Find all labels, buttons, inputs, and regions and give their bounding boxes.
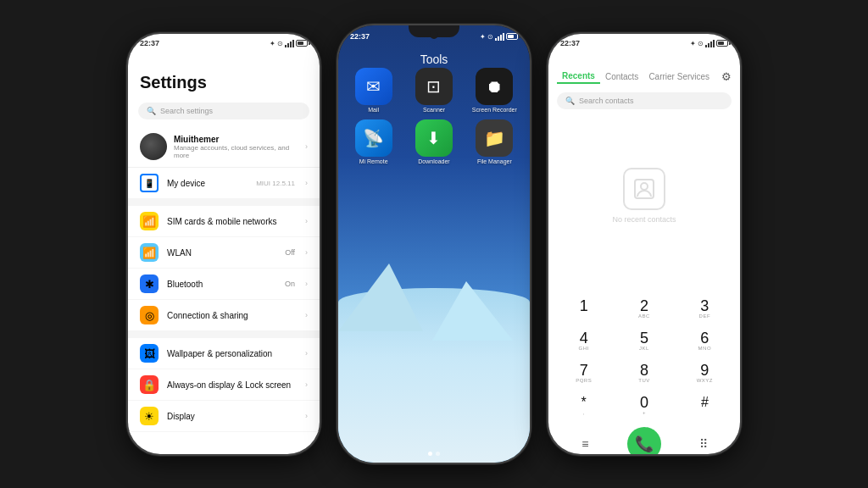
divider-1 — [128, 199, 320, 206]
dial-num-7: 7 — [580, 363, 588, 378]
battery-icon — [296, 40, 308, 47]
app-downloader[interactable]: ⬇ Downloader — [407, 119, 460, 164]
dial-num-8: 8 — [640, 363, 648, 378]
bluetooth-icon: ✱ — [140, 274, 159, 293]
chevron-icon-4: › — [305, 248, 308, 257]
signal-bars — [285, 40, 294, 47]
voicemail-button[interactable]: ≡ — [570, 430, 599, 456]
dial-key-star[interactable]: * , — [554, 390, 614, 422]
search-icon: 🔍 — [147, 107, 156, 115]
display-label: Display — [167, 412, 297, 421]
wallpaper-icon: 🖼 — [140, 344, 159, 363]
dbar2 — [708, 43, 709, 47]
dialpad-button[interactable]: ⠿ — [689, 430, 718, 456]
app-files[interactable]: 📁 File Manager — [468, 119, 521, 164]
sim-label: SIM cards & mobile networks — [167, 217, 297, 226]
dial-sub-2: ABC — [638, 313, 650, 320]
mail-label: Mail — [368, 107, 379, 113]
wallpaper-label: Wallpaper & personalization — [167, 349, 297, 358]
hbar4 — [503, 33, 504, 41]
page-dots — [338, 452, 530, 456]
tab-recents[interactable]: Recents — [557, 69, 600, 84]
sim-icon: 📶 — [140, 212, 159, 230]
dial-key-hash[interactable]: # — [675, 390, 735, 422]
dial-key-1[interactable]: 1 — [554, 293, 614, 325]
app-scanner[interactable]: ⊡ Scanner — [407, 68, 460, 113]
bt-icon-dialer: ✦ — [690, 40, 696, 47]
display-item[interactable]: ☀ Display › — [128, 401, 320, 432]
dial-key-6[interactable]: 6 MNO — [675, 325, 735, 358]
dial-pad: 1 2 ABC 3 DEF 4 GHI 5 JKL 6 MNO — [548, 293, 740, 422]
dial-key-0[interactable]: 0 + — [614, 390, 674, 422]
hbar3 — [500, 35, 502, 41]
status-time-3: 22:37 — [560, 39, 580, 47]
signal-bars-home — [495, 33, 504, 41]
dial-key-5[interactable]: 5 JKL — [614, 325, 674, 358]
dial-key-7[interactable]: 7 PQRS — [554, 358, 614, 390]
dial-key-9[interactable]: 9 WXYZ — [675, 358, 735, 390]
signal-bars-dialer — [705, 40, 715, 47]
connection-label: Connection & sharing — [167, 311, 297, 320]
dial-star: * — [581, 395, 587, 410]
gear-icon[interactable]: ⚙ — [721, 70, 732, 83]
chevron-icon-5: › — [305, 280, 308, 288]
dial-key-8[interactable]: 8 TUV — [614, 358, 674, 390]
remote-label: Mi Remote — [359, 158, 388, 164]
status-time-2: 22:37 — [350, 32, 370, 41]
dial-num-5: 5 — [640, 330, 648, 346]
battery-fill — [298, 42, 303, 45]
dialer-screen: Recents Contacts Carrier Services ⚙ 🔍 Se… — [548, 49, 740, 456]
status-icons-2: ✦ ⊙ — [480, 33, 518, 41]
scanner-label: Scanner — [423, 107, 445, 113]
dial-sub-5: JKL — [639, 346, 649, 352]
mountain-left — [338, 263, 423, 331]
lock-item[interactable]: 🔒 Always-on display & Lock screen › — [128, 369, 320, 401]
mydevice-item[interactable]: 📱 My device MIUI 12.5.11 › — [128, 168, 320, 199]
app-recorder[interactable]: ⏺ Screen Recorder — [468, 68, 521, 113]
settings-search[interactable]: 🔍 Search settings — [138, 103, 309, 119]
mydevice-version: MIUI 12.5.11 — [256, 180, 295, 187]
search-placeholder: Search settings — [160, 107, 213, 115]
mydevice-icon: 📱 — [140, 174, 159, 192]
dial-sub-8: TUV — [638, 378, 650, 385]
contacts-search[interactable]: 🔍 Search contacts — [557, 92, 732, 109]
profile-item[interactable]: Miuithemer Manage accounts, cloud servic… — [128, 126, 320, 168]
dial-key-4[interactable]: 4 GHI — [554, 325, 614, 358]
dbar4 — [713, 40, 715, 47]
chevron-icon-2: › — [305, 179, 308, 187]
wlan-icon: 📶 — [140, 243, 159, 262]
dial-key-3[interactable]: 3 DEF — [675, 293, 735, 325]
no-recents-area: No recent contacts — [548, 114, 740, 293]
dot-1 — [428, 452, 432, 456]
files-icon: 📁 — [476, 119, 513, 157]
home-screen: 22:37 ✦ ⊙ Tools ✉ — [338, 25, 530, 463]
tab-contacts[interactable]: Contacts — [600, 70, 643, 83]
divider-2 — [128, 331, 320, 338]
tab-carrier[interactable]: Carrier Services — [643, 70, 715, 83]
hbar1 — [495, 38, 497, 41]
bluetooth-label: Bluetooth — [167, 280, 276, 289]
connection-item[interactable]: ◎ Connection & sharing › — [128, 300, 320, 331]
dial-sub-star: , — [583, 410, 585, 417]
bluetooth-item[interactable]: ✱ Bluetooth On › — [128, 269, 320, 300]
svg-point-1 — [641, 183, 648, 190]
wallpaper-item[interactable]: 🖼 Wallpaper & personalization › — [128, 338, 320, 369]
dialer-tabs: Recents Contacts Carrier Services ⚙ — [548, 49, 740, 89]
dial-actions: ≡ 📞 ⠿ — [548, 422, 740, 456]
phone-home: 22:37 ✦ ⊙ Tools ✉ — [337, 24, 531, 464]
bar4 — [292, 40, 294, 47]
avatar — [140, 133, 167, 160]
app-remote[interactable]: 📡 Mi Remote — [347, 119, 400, 164]
downloader-label: Downloader — [418, 158, 449, 164]
call-button[interactable]: 📞 — [627, 427, 661, 456]
profile-subtitle: Manage accounts, cloud services, and mor… — [174, 144, 298, 159]
dial-key-2[interactable]: 2 ABC — [614, 293, 674, 325]
sim-item[interactable]: 📶 SIM cards & mobile networks › — [128, 206, 320, 237]
dial-num-2: 2 — [640, 298, 648, 313]
app-mail[interactable]: ✉ Mail — [347, 68, 400, 113]
dial-sub-4: GHI — [579, 346, 589, 352]
wlan-item[interactable]: 📶 WLAN Off › — [128, 237, 320, 269]
search-placeholder-dialer: Search contacts — [579, 97, 634, 105]
chevron-icon-8: › — [305, 380, 308, 389]
chevron-icon-3: › — [305, 217, 308, 225]
